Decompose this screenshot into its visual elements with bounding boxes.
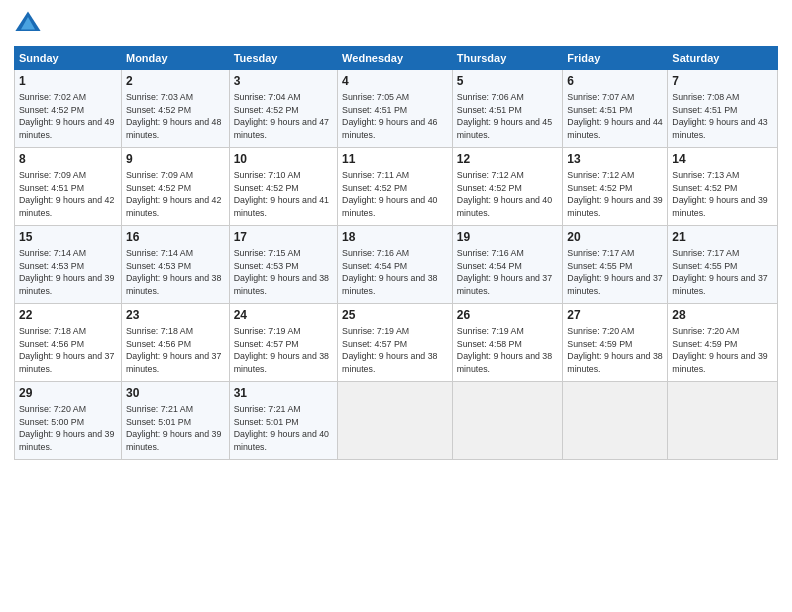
day-number: 18 <box>342 229 448 246</box>
calendar-cell: 8Sunrise: 7:09 AMSunset: 4:51 PMDaylight… <box>15 148 122 226</box>
day-number: 27 <box>567 307 663 324</box>
cell-info: Sunrise: 7:16 AMSunset: 4:54 PMDaylight:… <box>342 247 448 298</box>
day-number: 3 <box>234 73 333 90</box>
calendar-cell: 24Sunrise: 7:19 AMSunset: 4:57 PMDayligh… <box>229 304 337 382</box>
calendar-cell: 14Sunrise: 7:13 AMSunset: 4:52 PMDayligh… <box>668 148 778 226</box>
day-number: 4 <box>342 73 448 90</box>
cell-info: Sunrise: 7:20 AMSunset: 4:59 PMDaylight:… <box>567 325 663 376</box>
day-number: 26 <box>457 307 559 324</box>
week-row-5: 29Sunrise: 7:20 AMSunset: 5:00 PMDayligh… <box>15 382 778 460</box>
calendar-cell: 3Sunrise: 7:04 AMSunset: 4:52 PMDaylight… <box>229 70 337 148</box>
calendar-cell: 15Sunrise: 7:14 AMSunset: 4:53 PMDayligh… <box>15 226 122 304</box>
day-number: 15 <box>19 229 117 246</box>
cell-info: Sunrise: 7:18 AMSunset: 4:56 PMDaylight:… <box>126 325 225 376</box>
calendar-cell <box>338 382 453 460</box>
cell-info: Sunrise: 7:14 AMSunset: 4:53 PMDaylight:… <box>126 247 225 298</box>
day-number: 24 <box>234 307 333 324</box>
day-number: 12 <box>457 151 559 168</box>
cell-info: Sunrise: 7:19 AMSunset: 4:58 PMDaylight:… <box>457 325 559 376</box>
day-number: 16 <box>126 229 225 246</box>
logo-icon <box>14 10 42 38</box>
header-cell-monday: Monday <box>121 47 229 70</box>
cell-info: Sunrise: 7:21 AMSunset: 5:01 PMDaylight:… <box>234 403 333 454</box>
calendar-cell: 10Sunrise: 7:10 AMSunset: 4:52 PMDayligh… <box>229 148 337 226</box>
day-number: 23 <box>126 307 225 324</box>
calendar-cell: 26Sunrise: 7:19 AMSunset: 4:58 PMDayligh… <box>452 304 563 382</box>
week-row-3: 15Sunrise: 7:14 AMSunset: 4:53 PMDayligh… <box>15 226 778 304</box>
calendar-cell <box>668 382 778 460</box>
day-number: 14 <box>672 151 773 168</box>
day-number: 30 <box>126 385 225 402</box>
week-row-1: 1Sunrise: 7:02 AMSunset: 4:52 PMDaylight… <box>15 70 778 148</box>
cell-info: Sunrise: 7:03 AMSunset: 4:52 PMDaylight:… <box>126 91 225 142</box>
calendar-cell: 7Sunrise: 7:08 AMSunset: 4:51 PMDaylight… <box>668 70 778 148</box>
calendar-cell: 16Sunrise: 7:14 AMSunset: 4:53 PMDayligh… <box>121 226 229 304</box>
calendar-body: 1Sunrise: 7:02 AMSunset: 4:52 PMDaylight… <box>15 70 778 460</box>
cell-info: Sunrise: 7:21 AMSunset: 5:01 PMDaylight:… <box>126 403 225 454</box>
day-number: 8 <box>19 151 117 168</box>
calendar-cell: 21Sunrise: 7:17 AMSunset: 4:55 PMDayligh… <box>668 226 778 304</box>
calendar-cell: 31Sunrise: 7:21 AMSunset: 5:01 PMDayligh… <box>229 382 337 460</box>
cell-info: Sunrise: 7:16 AMSunset: 4:54 PMDaylight:… <box>457 247 559 298</box>
calendar-cell: 6Sunrise: 7:07 AMSunset: 4:51 PMDaylight… <box>563 70 668 148</box>
page-container: SundayMondayTuesdayWednesdayThursdayFrid… <box>0 0 792 468</box>
day-number: 10 <box>234 151 333 168</box>
logo <box>14 10 46 38</box>
calendar-cell: 13Sunrise: 7:12 AMSunset: 4:52 PMDayligh… <box>563 148 668 226</box>
calendar-cell: 22Sunrise: 7:18 AMSunset: 4:56 PMDayligh… <box>15 304 122 382</box>
day-number: 6 <box>567 73 663 90</box>
calendar-cell: 28Sunrise: 7:20 AMSunset: 4:59 PMDayligh… <box>668 304 778 382</box>
cell-info: Sunrise: 7:17 AMSunset: 4:55 PMDaylight:… <box>672 247 773 298</box>
cell-info: Sunrise: 7:20 AMSunset: 5:00 PMDaylight:… <box>19 403 117 454</box>
cell-info: Sunrise: 7:07 AMSunset: 4:51 PMDaylight:… <box>567 91 663 142</box>
day-number: 13 <box>567 151 663 168</box>
calendar-cell: 27Sunrise: 7:20 AMSunset: 4:59 PMDayligh… <box>563 304 668 382</box>
week-row-4: 22Sunrise: 7:18 AMSunset: 4:56 PMDayligh… <box>15 304 778 382</box>
header-cell-wednesday: Wednesday <box>338 47 453 70</box>
cell-info: Sunrise: 7:09 AMSunset: 4:51 PMDaylight:… <box>19 169 117 220</box>
day-number: 1 <box>19 73 117 90</box>
day-number: 5 <box>457 73 559 90</box>
week-row-2: 8Sunrise: 7:09 AMSunset: 4:51 PMDaylight… <box>15 148 778 226</box>
header-cell-tuesday: Tuesday <box>229 47 337 70</box>
day-number: 20 <box>567 229 663 246</box>
day-number: 7 <box>672 73 773 90</box>
cell-info: Sunrise: 7:12 AMSunset: 4:52 PMDaylight:… <box>567 169 663 220</box>
calendar-cell <box>452 382 563 460</box>
header-cell-sunday: Sunday <box>15 47 122 70</box>
calendar-cell <box>563 382 668 460</box>
cell-info: Sunrise: 7:09 AMSunset: 4:52 PMDaylight:… <box>126 169 225 220</box>
calendar-cell: 2Sunrise: 7:03 AMSunset: 4:52 PMDaylight… <box>121 70 229 148</box>
cell-info: Sunrise: 7:17 AMSunset: 4:55 PMDaylight:… <box>567 247 663 298</box>
calendar-cell: 5Sunrise: 7:06 AMSunset: 4:51 PMDaylight… <box>452 70 563 148</box>
day-number: 11 <box>342 151 448 168</box>
calendar-cell: 9Sunrise: 7:09 AMSunset: 4:52 PMDaylight… <box>121 148 229 226</box>
day-number: 2 <box>126 73 225 90</box>
day-number: 19 <box>457 229 559 246</box>
day-number: 28 <box>672 307 773 324</box>
cell-info: Sunrise: 7:11 AMSunset: 4:52 PMDaylight:… <box>342 169 448 220</box>
header-cell-saturday: Saturday <box>668 47 778 70</box>
calendar-table: SundayMondayTuesdayWednesdayThursdayFrid… <box>14 46 778 460</box>
header-cell-friday: Friday <box>563 47 668 70</box>
day-number: 29 <box>19 385 117 402</box>
day-number: 21 <box>672 229 773 246</box>
header <box>14 10 778 38</box>
cell-info: Sunrise: 7:20 AMSunset: 4:59 PMDaylight:… <box>672 325 773 376</box>
cell-info: Sunrise: 7:19 AMSunset: 4:57 PMDaylight:… <box>342 325 448 376</box>
calendar-cell: 1Sunrise: 7:02 AMSunset: 4:52 PMDaylight… <box>15 70 122 148</box>
calendar-cell: 29Sunrise: 7:20 AMSunset: 5:00 PMDayligh… <box>15 382 122 460</box>
header-cell-thursday: Thursday <box>452 47 563 70</box>
calendar-cell: 30Sunrise: 7:21 AMSunset: 5:01 PMDayligh… <box>121 382 229 460</box>
cell-info: Sunrise: 7:19 AMSunset: 4:57 PMDaylight:… <box>234 325 333 376</box>
calendar-cell: 17Sunrise: 7:15 AMSunset: 4:53 PMDayligh… <box>229 226 337 304</box>
cell-info: Sunrise: 7:04 AMSunset: 4:52 PMDaylight:… <box>234 91 333 142</box>
day-number: 25 <box>342 307 448 324</box>
cell-info: Sunrise: 7:18 AMSunset: 4:56 PMDaylight:… <box>19 325 117 376</box>
day-number: 22 <box>19 307 117 324</box>
calendar-cell: 19Sunrise: 7:16 AMSunset: 4:54 PMDayligh… <box>452 226 563 304</box>
calendar-cell: 4Sunrise: 7:05 AMSunset: 4:51 PMDaylight… <box>338 70 453 148</box>
calendar-cell: 25Sunrise: 7:19 AMSunset: 4:57 PMDayligh… <box>338 304 453 382</box>
cell-info: Sunrise: 7:10 AMSunset: 4:52 PMDaylight:… <box>234 169 333 220</box>
day-number: 31 <box>234 385 333 402</box>
